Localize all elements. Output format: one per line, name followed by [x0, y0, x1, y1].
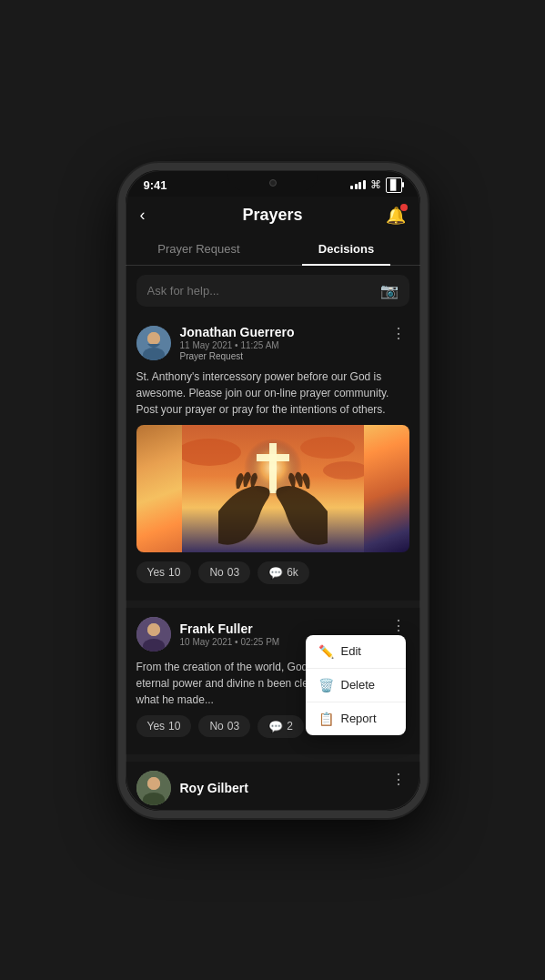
author-tag-1: Prayer Request: [180, 351, 295, 361]
notch: [227, 170, 318, 190]
camera-icon[interactable]: 📷: [380, 282, 399, 299]
yes-label-1: Yes: [147, 566, 166, 579]
yes-count-1: 10: [168, 566, 180, 579]
hands-cross-svg: [182, 425, 364, 552]
delete-label: Delete: [341, 678, 376, 692]
author-meta-2: 10 May 2021 • 02:25 PM: [180, 637, 280, 647]
post-author-2: Frank Fuller 10 May 2021 • 02:25 PM: [136, 617, 280, 652]
wifi-icon: ⌘: [370, 178, 381, 191]
yes-button-2[interactable]: Yes 10: [136, 715, 192, 737]
svg-point-18: [147, 777, 160, 790]
avatar-3: [136, 771, 171, 805]
svg-point-3: [147, 332, 160, 345]
author-info-2: Frank Fuller 10 May 2021 • 02:25 PM: [180, 621, 280, 647]
no-button-2[interactable]: No 03: [198, 715, 250, 737]
notification-dot: [400, 204, 408, 211]
prayer-visual: [136, 425, 409, 552]
comments-button-2[interactable]: 💬 2: [257, 715, 304, 738]
comment-count-1: 6k: [287, 566, 298, 579]
author-name-1: Jonathan Guerrero: [180, 325, 295, 339]
no-button-1[interactable]: No 03: [198, 561, 250, 583]
report-icon: 📋: [318, 712, 334, 726]
no-label-2: No: [209, 720, 223, 732]
scroll-area[interactable]: Jonathan Guerrero 11 May 2021 • 11:25 AM…: [126, 316, 420, 811]
report-label: Report: [341, 712, 377, 725]
post-header-1: Jonathan Guerrero 11 May 2021 • 11:25 AM…: [136, 325, 409, 361]
delete-icon: 🗑️: [318, 678, 334, 692]
divider-2: [126, 754, 420, 762]
no-count-2: 03: [227, 720, 239, 732]
post-author-3: Roy Gilbert: [136, 771, 248, 805]
status-icons: ⌘ ▊: [350, 177, 402, 193]
tab-decisions[interactable]: Decisions: [273, 233, 420, 265]
post-card-2: Frank Fuller 10 May 2021 • 02:25 PM ⋮ Fr…: [126, 608, 420, 747]
phone-frame: 9:41 ⌘ ▊ ‹ Prayers 🔔: [118, 163, 428, 818]
svg-point-6: [300, 437, 355, 459]
status-time: 9:41: [144, 178, 167, 192]
notification-bell[interactable]: 🔔: [378, 206, 406, 226]
no-label-1: No: [209, 566, 223, 579]
header: ‹ Prayers 🔔: [126, 197, 420, 233]
post-header-3: Roy Gilbert ⋮: [136, 771, 409, 805]
post-text-1: St. Anthony's intercessory power before …: [136, 369, 409, 418]
menu-report[interactable]: 📋 Report: [306, 702, 406, 735]
post-image-1: [136, 425, 409, 552]
author-info-1: Jonathan Guerrero 11 May 2021 • 11:25 AM…: [180, 325, 295, 361]
menu-edit[interactable]: ✏️ Edit: [306, 635, 406, 669]
signal-icon: [350, 180, 366, 189]
menu-delete[interactable]: 🗑️ Delete: [306, 669, 406, 702]
search-bar: 📷: [136, 275, 409, 307]
camera-dot: [269, 179, 277, 187]
tabs: Prayer Request Decisions: [126, 233, 420, 266]
search-input[interactable]: [147, 284, 380, 298]
author-name-3: Roy Gilbert: [180, 781, 248, 795]
post-actions-1: Yes 10 No 03 💬 6k: [136, 561, 409, 584]
post-card-1: Jonathan Guerrero 11 May 2021 • 11:25 AM…: [126, 316, 420, 593]
context-menu: ✏️ Edit 🗑️ Delete 📋 Report: [306, 635, 406, 735]
no-count-1: 03: [227, 566, 239, 579]
comment-icon-2: 💬: [268, 720, 283, 733]
author-meta-1: 11 May 2021 • 11:25 AM: [180, 340, 295, 350]
svg-point-14: [147, 623, 160, 636]
avatar-1: [136, 326, 171, 360]
page-title: Prayers: [242, 206, 302, 225]
tab-prayer-request[interactable]: Prayer Request: [126, 233, 273, 265]
avatar-2: [136, 617, 171, 652]
comment-icon-1: 💬: [268, 566, 283, 580]
author-info-3: Roy Gilbert: [180, 781, 248, 795]
back-button[interactable]: ‹: [140, 206, 167, 225]
post-author-1: Jonathan Guerrero 11 May 2021 • 11:25 AM…: [136, 325, 295, 361]
svg-rect-10: [257, 454, 289, 461]
app-content: ‹ Prayers 🔔 Prayer Request Decisions 📷: [126, 197, 420, 811]
comments-button-1[interactable]: 💬 6k: [257, 561, 309, 584]
more-button-1[interactable]: ⋮: [388, 325, 409, 342]
battery-icon: ▊: [386, 177, 402, 193]
divider-1: [126, 601, 420, 608]
more-button-3[interactable]: ⋮: [388, 771, 409, 788]
yes-button-1[interactable]: Yes 10: [136, 561, 192, 583]
comment-count-2: 2: [287, 720, 293, 732]
yes-label-2: Yes: [147, 720, 166, 732]
post-card-3: Roy Gilbert ⋮: [126, 762, 420, 811]
svg-rect-9: [269, 443, 277, 493]
author-name-2: Frank Fuller: [180, 621, 280, 636]
more-button-2[interactable]: ⋮: [388, 617, 409, 634]
edit-label: Edit: [341, 644, 361, 658]
yes-count-2: 10: [168, 720, 180, 732]
edit-icon: ✏️: [318, 644, 334, 659]
